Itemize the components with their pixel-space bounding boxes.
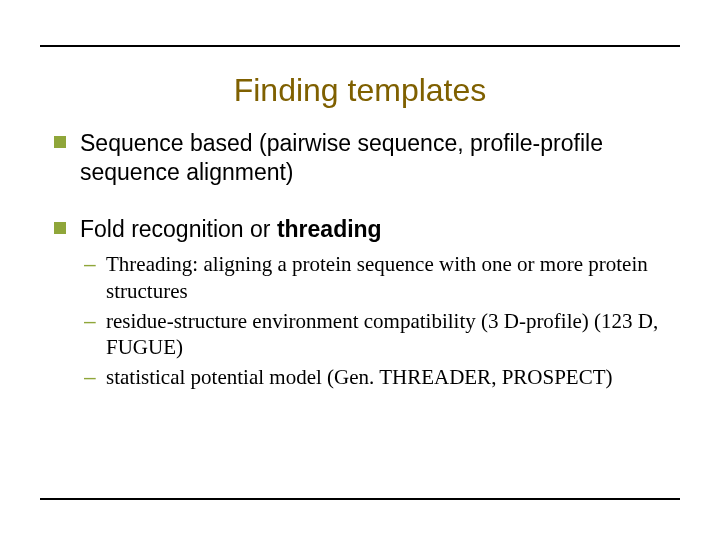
top-divider (40, 45, 680, 47)
bullet-list: Sequence based (pairwise sequence, profi… (50, 129, 680, 391)
sub-list: Threading: aligning a protein sequence w… (84, 251, 680, 390)
list-item-text: Sequence based (pairwise sequence, profi… (80, 130, 603, 185)
list-item: Sequence based (pairwise sequence, profi… (50, 129, 680, 187)
sub-list-item: residue-structure environment compatibil… (84, 308, 680, 361)
bottom-divider (40, 498, 680, 500)
sub-list-item: statistical potential model (Gen. THREAD… (84, 364, 680, 390)
list-item: Fold recognition or threading Threading:… (50, 215, 680, 391)
sub-list-item: Threading: aligning a protein sequence w… (84, 251, 680, 304)
list-item-text: Fold recognition or (80, 216, 277, 242)
slide: Finding templates Sequence based (pairwi… (0, 0, 720, 540)
list-item-text-bold: threading (277, 216, 382, 242)
slide-title: Finding templates (40, 72, 680, 109)
